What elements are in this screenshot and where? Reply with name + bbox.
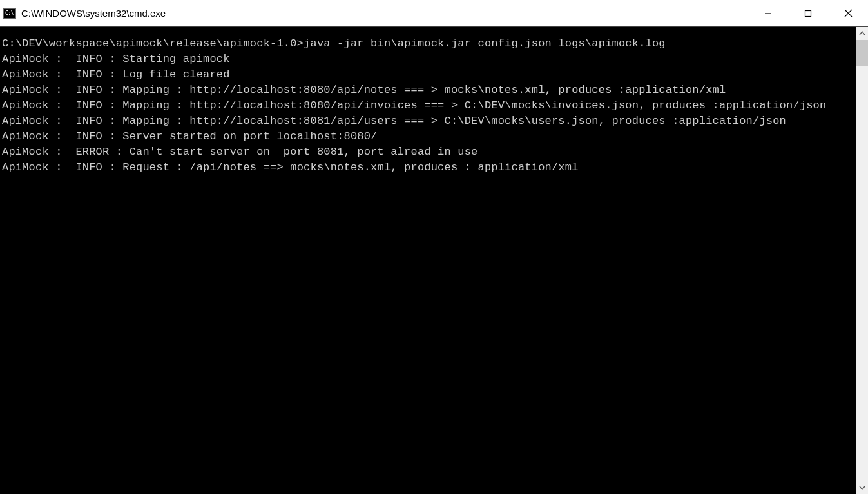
window-title: C:\WINDOWS\system32\cmd.exe [21,8,748,19]
terminal-output[interactable]: C:\DEV\workspace\apimock\release\apimock… [0,27,856,494]
scroll-down-button[interactable] [856,481,868,494]
vertical-scrollbar[interactable] [856,27,868,494]
svg-rect-1 [805,10,811,16]
minimize-button[interactable] [748,0,788,26]
scroll-track[interactable] [856,40,868,481]
maximize-button[interactable] [788,0,828,26]
scroll-thumb[interactable] [856,40,868,66]
window-controls [748,0,868,26]
client-area: C:\DEV\workspace\apimock\release\apimock… [0,27,868,494]
scroll-up-button[interactable] [856,27,868,40]
cmd-icon: C:\ [3,8,16,19]
close-button[interactable] [828,0,868,26]
window-titlebar: C:\ C:\WINDOWS\system32\cmd.exe [0,0,868,27]
